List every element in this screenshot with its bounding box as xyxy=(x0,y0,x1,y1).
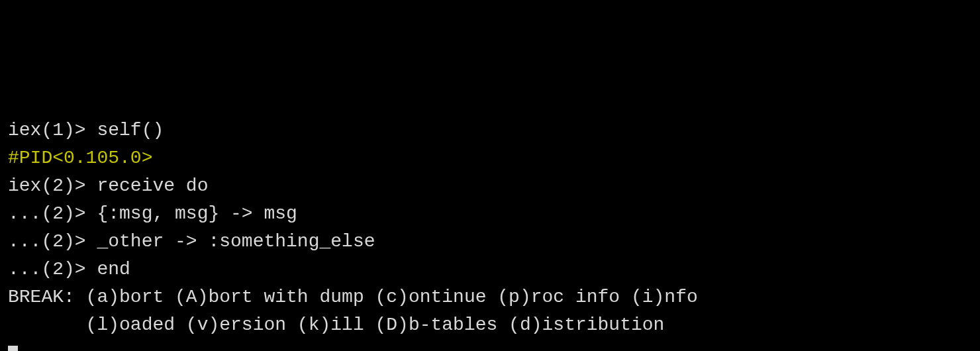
iex-input: end xyxy=(97,259,130,279)
iex-continuation-prompt: ...(2)> xyxy=(8,231,97,252)
iex-input: self() xyxy=(97,120,164,140)
iex-input: receive do xyxy=(97,176,208,196)
iex-prompt: iex(2)> xyxy=(8,176,97,196)
terminal-line-prompt: iex(1)> self() xyxy=(8,117,972,144)
terminal-line-continuation: ...(2)> end xyxy=(8,256,972,283)
terminal-line-continuation: ...(2)> _other -> :something_else xyxy=(8,228,972,256)
iex-input: _other -> :something_else xyxy=(97,231,375,252)
terminal-line-prompt: iex(2)> receive do xyxy=(8,172,972,200)
terminal-line-break-menu: (l)oaded (v)ersion (k)ill (D)b-tables (d… xyxy=(8,311,972,339)
terminal-line-break-menu: BREAK: (a)bort (A)bort with dump (c)onti… xyxy=(8,283,972,311)
iex-input: {:msg, msg} -> msg xyxy=(97,203,297,224)
terminal-line-continuation: ...(2)> {:msg, msg} -> msg xyxy=(8,200,972,228)
iex-prompt: iex(1)> xyxy=(8,120,97,140)
iex-continuation-prompt: ...(2)> xyxy=(8,259,97,279)
terminal-line-pid-output: #PID<0.105.0> xyxy=(8,144,972,172)
iex-continuation-prompt: ...(2)> xyxy=(8,203,97,224)
terminal-container[interactable]: iex(1)> self()#PID<0.105.0>iex(2)> recei… xyxy=(8,117,972,351)
cursor-icon xyxy=(8,346,18,351)
